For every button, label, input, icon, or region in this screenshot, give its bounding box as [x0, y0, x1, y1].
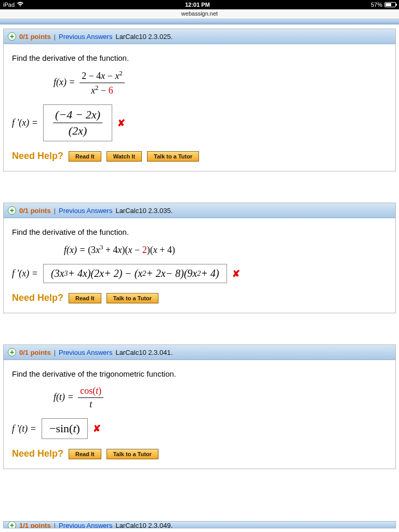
battery-percent: 57%	[371, 2, 382, 8]
question-block: + 0/1 points | Previous Answers LarCalc1…	[3, 203, 396, 313]
points-badge: 0/1 points	[19, 33, 51, 41]
answer-row: f '(x) = (3x3 + 4x)(2x + 2) − (x2 + 2x −…	[12, 264, 387, 283]
read-it-button[interactable]: Read It	[69, 151, 101, 162]
expand-icon[interactable]: +	[8, 521, 16, 528]
answer-label: f '(t) =	[12, 423, 36, 434]
need-help-label: Need Help?	[12, 151, 63, 162]
incorrect-icon: ✘	[117, 117, 125, 129]
talk-to-tutor-button[interactable]: Talk to a Tutor	[107, 293, 158, 303]
previous-answers-link[interactable]: Previous Answers	[59, 349, 112, 356]
question-block: + 0/1 points | Previous Answers LarCalc1…	[3, 344, 396, 469]
question-ref: LarCalc10 2.3.025.	[115, 33, 172, 41]
points-badge: 0/1 points	[19, 349, 51, 356]
read-it-button[interactable]: Read It	[69, 449, 101, 459]
prompt-text: Find the derivative of the function.	[12, 228, 387, 236]
expand-icon[interactable]: +	[8, 206, 16, 215]
talk-to-tutor-button[interactable]: Talk to a Tutor	[107, 449, 158, 459]
previous-answers-link[interactable]: Previous Answers	[59, 33, 112, 41]
read-it-button[interactable]: Read It	[69, 293, 101, 303]
battery-icon	[384, 2, 396, 7]
question-header-partial: + 1/1 points | Previous Answers LarCalc1…	[3, 521, 396, 528]
device-label: iPad	[3, 2, 15, 8]
answer-input[interactable]: (−4 − 2x) (2x)	[43, 104, 112, 141]
clock: 12:01 PM	[185, 2, 210, 8]
answer-input[interactable]: −sin(t)	[42, 418, 88, 439]
watch-it-button[interactable]: Watch It	[107, 151, 142, 162]
given-function: f(x) = 2 − 4x − x2 x2 − 6	[12, 70, 387, 96]
incorrect-icon: ✘	[93, 423, 101, 434]
expand-icon[interactable]: +	[8, 348, 16, 356]
points-badge: 1/1 points	[19, 522, 51, 529]
help-row: Need Help? Read It Talk to a Tutor	[12, 292, 387, 303]
question-block: + 0/1 points | Previous Answers LarCalc1…	[3, 29, 396, 171]
need-help-label: Need Help?	[12, 292, 63, 303]
page-top-divider	[0, 19, 399, 24]
wifi-icon	[17, 2, 24, 8]
ios-status-bar: iPad 12:01 PM 57%	[0, 0, 399, 9]
question-header: + 0/1 points | Previous Answers LarCalc1…	[4, 203, 395, 218]
answer-row: f '(t) = −sin(t) ✘	[12, 418, 387, 439]
previous-answers-link[interactable]: Previous Answers	[59, 207, 112, 215]
question-ref: LarCalc10 2.3.035.	[115, 207, 172, 215]
answer-input[interactable]: (3x3 + 4x)(2x + 2) − (x2 + 2x − 8)(9x2 +…	[43, 264, 227, 283]
question-header: + 0/1 points | Previous Answers LarCalc1…	[4, 345, 395, 360]
talk-to-tutor-button[interactable]: Talk to a Tutor	[147, 151, 199, 162]
address-bar[interactable]: webassign.net	[0, 9, 399, 19]
help-row: Need Help? Read It Watch It Talk to a Tu…	[12, 151, 387, 162]
expand-icon[interactable]: +	[8, 32, 16, 41]
points-badge: 0/1 points	[19, 207, 51, 215]
answer-label: f '(x) =	[12, 268, 38, 279]
given-function: f(t) = cos(t) t	[12, 385, 387, 410]
incorrect-icon: ✘	[232, 268, 240, 280]
previous-answers-link[interactable]: Previous Answers	[59, 522, 112, 529]
question-ref: LarCalc10 2.3.049.	[115, 522, 172, 529]
prompt-text: Find the derivative of the trigonometric…	[12, 369, 387, 378]
question-header: + 0/1 points | Previous Answers LarCalc1…	[4, 29, 395, 44]
question-ref: LarCalc10 2.3.041.	[115, 349, 172, 356]
help-row: Need Help? Read It Talk to a Tutor	[12, 448, 387, 459]
need-help-label: Need Help?	[12, 448, 63, 459]
answer-label: f '(x) =	[12, 117, 38, 128]
given-function: f(x) = (3x3 + 4x)(x − 2)(x + 4)	[12, 244, 387, 256]
prompt-text: Find the derivative of the function.	[12, 54, 387, 62]
answer-row: f '(x) = (−4 − 2x) (2x) ✘	[12, 104, 387, 141]
